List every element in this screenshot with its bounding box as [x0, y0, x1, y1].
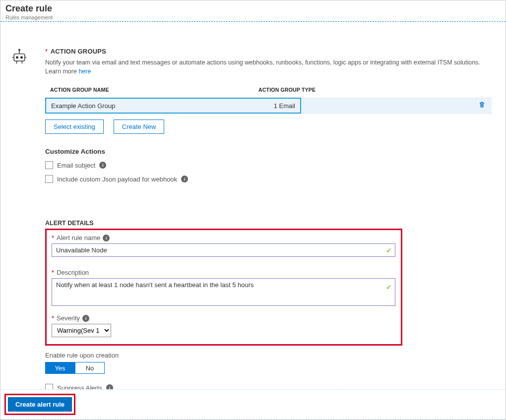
required-asterisk: *	[52, 314, 54, 322]
alert-rule-name-input-wrap: ✓	[52, 243, 396, 257]
alert-rule-name-label-text: Alert rule name	[57, 234, 100, 241]
description-input-wrap: ✓	[52, 278, 396, 307]
footer: Create alert rule	[0, 389, 506, 420]
description-label-text: Description	[57, 269, 89, 276]
svg-point-2	[19, 49, 20, 51]
action-group-type: 1 Email	[274, 102, 295, 110]
json-payload-checkbox[interactable]	[45, 175, 53, 183]
check-icon: ✓	[386, 246, 392, 254]
customize-actions-heading: Customize Actions	[45, 148, 496, 155]
enable-rule-label: Enable rule upon creation	[45, 352, 496, 359]
required-asterisk: *	[52, 234, 54, 241]
svg-point-4	[21, 57, 23, 59]
action-groups-section: * ACTION GROUPS Notify your team via ema…	[45, 48, 496, 134]
page-title: Create rule	[5, 3, 501, 14]
severity-label: * Severity i	[52, 314, 396, 322]
json-payload-label: Include custom Json payload for webhook	[57, 176, 177, 183]
trash-icon	[478, 103, 486, 110]
action-group-table-header: ACTION GROUP NAME ACTION GROUP TYPE	[45, 87, 496, 93]
robot-icon	[10, 60, 28, 67]
svg-point-3	[16, 57, 18, 59]
learn-more-link[interactable]: here	[78, 68, 91, 75]
check-icon: ✓	[386, 283, 392, 291]
json-payload-row: Include custom Json payload for webhook …	[45, 175, 496, 183]
alert-details-heading: ALERT DETAILS	[45, 220, 496, 227]
action-group-selected-cell[interactable]: Example Action Group 1 Email	[45, 98, 301, 114]
alert-rule-name-label: * Alert rule name i	[52, 234, 396, 241]
alert-details-highlight: * Alert rule name i ✓ * Description ✓	[45, 229, 402, 346]
info-icon[interactable]: i	[181, 176, 188, 182]
section-icon-col	[10, 48, 35, 379]
action-group-name: Example Action Group	[51, 102, 115, 110]
col-action-group-name: ACTION GROUP NAME	[45, 87, 258, 93]
suppress-alerts-checkbox[interactable]	[45, 384, 53, 389]
action-groups-description: Notify your team via email and text mess…	[45, 58, 496, 76]
alert-rule-name-input[interactable]	[52, 243, 395, 257]
page-frame: Create rule Rules management	[0, 0, 506, 420]
delete-action-group-button[interactable]	[472, 101, 492, 110]
info-icon[interactable]: i	[82, 315, 89, 322]
enable-no-button[interactable]: No	[75, 362, 105, 374]
content-area: * ACTION GROUPS Notify your team via ema…	[0, 22, 506, 389]
create-alert-rule-button[interactable]: Create alert rule	[8, 397, 72, 412]
suppress-alerts-label: Suppress Alerts	[57, 384, 102, 389]
action-groups-heading: ACTION GROUPS	[51, 48, 106, 55]
description-input[interactable]	[52, 278, 395, 306]
email-subject-label: Email subject	[57, 162, 95, 169]
select-existing-button[interactable]: Select existing	[45, 120, 104, 134]
action-group-row[interactable]: Example Action Group 1 Email	[45, 98, 492, 114]
severity-label-text: Severity	[57, 314, 80, 322]
footer-highlight: Create alert rule	[4, 394, 75, 415]
enable-yes-button[interactable]: Yes	[45, 362, 75, 374]
col-action-group-type: ACTION GROUP TYPE	[258, 87, 496, 93]
required-asterisk: *	[45, 48, 48, 55]
create-new-button[interactable]: Create New	[114, 120, 165, 134]
email-subject-row: Email subject i	[45, 161, 496, 169]
email-subject-checkbox[interactable]	[45, 161, 53, 169]
page-header: Create rule Rules management	[0, 0, 506, 22]
info-icon[interactable]: i	[99, 162, 106, 169]
action-groups-description-text: Notify your team via email and text mess…	[45, 59, 480, 75]
main-column: * ACTION GROUPS Notify your team via ema…	[45, 48, 496, 379]
info-icon[interactable]: i	[106, 384, 113, 389]
action-groups-heading-row: * ACTION GROUPS	[45, 48, 496, 55]
svg-rect-0	[14, 54, 25, 61]
info-icon[interactable]: i	[103, 235, 110, 241]
severity-select[interactable]: Warning(Sev 1)	[52, 324, 111, 337]
enable-rule-toggle: Yes No	[45, 362, 496, 374]
customize-actions-section: Customize Actions Email subject i Includ…	[45, 148, 496, 183]
required-asterisk: *	[52, 269, 54, 276]
page-subtitle: Rules management	[5, 14, 501, 20]
description-label: * Description	[52, 269, 396, 276]
action-group-buttons: Select existing Create New	[45, 120, 496, 134]
suppress-alerts-row: Suppress Alerts i	[45, 384, 496, 389]
